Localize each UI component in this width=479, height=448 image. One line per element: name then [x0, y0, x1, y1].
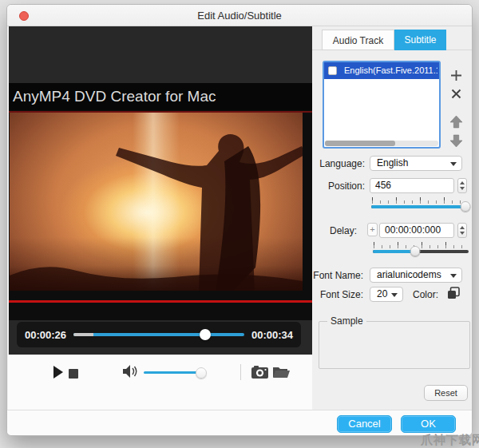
- position-label: Position:: [304, 180, 365, 192]
- position-slider[interactable]: [370, 197, 469, 213]
- stepper-up-icon: [460, 181, 465, 184]
- dialog-footer: Cancel OK: [7, 410, 472, 436]
- tab-audio-track[interactable]: Audio Track: [322, 30, 394, 50]
- window-title: Edit Audio/Subtitle: [7, 10, 472, 22]
- stepper-down-icon: [460, 232, 465, 235]
- video-watermark-band: AnyMP4 DVD Creator for Mac: [9, 83, 312, 110]
- volume-slider[interactable]: [144, 367, 206, 379]
- stepper-up-icon: [460, 226, 465, 229]
- tab-subtitle[interactable]: Subtitle: [394, 30, 446, 50]
- sample-preview-box: Sample: [319, 321, 470, 369]
- list-horizontal-scrollbar[interactable]: [325, 141, 438, 146]
- video-letterbox: AnyMP4 DVD Creator for Mac: [9, 83, 312, 320]
- play-icon[interactable]: [53, 366, 64, 382]
- cancel-button[interactable]: Cancel: [337, 415, 392, 433]
- stop-icon[interactable]: [69, 367, 78, 382]
- seek-slider[interactable]: [73, 328, 244, 341]
- duration-time: 00:00:34: [251, 329, 293, 341]
- site-watermark: 爪神下载网: [421, 433, 479, 448]
- delay-slider-fill: [373, 250, 413, 253]
- slider-ticks: [371, 242, 470, 248]
- language-label: Language:: [304, 158, 365, 169]
- position-stepper[interactable]: [457, 178, 467, 193]
- font-size-label: Font Size:: [299, 289, 363, 300]
- position-slider-handle[interactable]: [461, 201, 471, 212]
- color-swatch-icon[interactable]: [445, 285, 461, 300]
- move-down-icon[interactable]: [448, 133, 464, 149]
- video-frame: [10, 113, 303, 291]
- ok-button[interactable]: OK: [401, 415, 456, 433]
- screenshot-stage: Edit Audio/Subtitle AnyMP4 DVD Creator f…: [0, 0, 479, 448]
- elapsed-time: 00:00:26: [25, 329, 66, 341]
- sample-legend: Sample: [327, 315, 366, 327]
- font-name-dropdown[interactable]: arialunicodems: [370, 268, 462, 283]
- chevron-down-icon: [450, 162, 457, 166]
- delay-slider-handle[interactable]: [410, 246, 420, 256]
- speaker-icon[interactable]: [123, 365, 137, 381]
- subtitle-checkbox[interactable]: [328, 66, 337, 75]
- chevron-down-icon: [391, 293, 398, 297]
- sunset-silhouette-art: [10, 113, 303, 291]
- color-label: Color:: [406, 289, 438, 300]
- video-bottom-red-line: [9, 300, 312, 303]
- position-input[interactable]: 456: [370, 178, 454, 193]
- slider-ticks: [370, 197, 469, 204]
- controls-divider: [240, 364, 241, 380]
- scrollbar-thumb[interactable]: [325, 141, 395, 146]
- subtitle-track-list[interactable]: English(Fast.Five.2011.1080: [323, 61, 441, 149]
- language-value: English: [377, 157, 408, 168]
- open-folder-icon[interactable]: [273, 366, 290, 381]
- delay-slider[interactable]: [371, 242, 470, 258]
- reset-button[interactable]: Reset: [424, 385, 468, 401]
- font-size-dropdown[interactable]: 20: [370, 287, 403, 302]
- edit-audio-subtitle-dialog: Edit Audio/Subtitle AnyMP4 DVD Creator f…: [6, 4, 473, 436]
- video-preview-panel: AnyMP4 DVD Creator for Mac 00:00:26: [9, 26, 312, 355]
- delay-input[interactable]: 00:00:00:000: [379, 223, 454, 238]
- delete-icon[interactable]: [448, 85, 464, 101]
- move-up-icon[interactable]: [448, 113, 464, 129]
- seek-buffer-segment: [73, 333, 93, 336]
- delay-sign-badge[interactable]: +: [367, 223, 378, 236]
- list-item[interactable]: English(Fast.Five.2011.1080: [324, 62, 439, 79]
- subtitle-track-label: English(Fast.Five.2011.1080: [344, 62, 437, 79]
- font-name-value: arialunicodems: [377, 269, 441, 280]
- delay-label: Delay:: [304, 225, 357, 236]
- playback-controls: [8, 355, 312, 410]
- font-size-value: 20: [377, 288, 387, 299]
- font-name-label: Font Name:: [296, 270, 363, 281]
- volume-handle[interactable]: [196, 367, 207, 379]
- playback-timeline-bar: 00:00:26 00:00:34: [17, 322, 301, 347]
- delay-stepper[interactable]: [457, 223, 467, 238]
- position-slider-track[interactable]: [371, 205, 467, 208]
- seek-handle[interactable]: [200, 329, 211, 340]
- seek-track[interactable]: [73, 333, 244, 336]
- chevron-down-icon: [450, 274, 457, 278]
- stepper-down-icon: [460, 187, 465, 190]
- snapshot-camera-icon[interactable]: [251, 366, 268, 382]
- position-slider-fill: [371, 205, 467, 208]
- delay-slider-track[interactable]: [373, 250, 469, 253]
- titlebar: Edit Audio/Subtitle: [7, 5, 472, 26]
- language-dropdown[interactable]: English: [370, 156, 462, 171]
- add-icon[interactable]: [448, 67, 464, 83]
